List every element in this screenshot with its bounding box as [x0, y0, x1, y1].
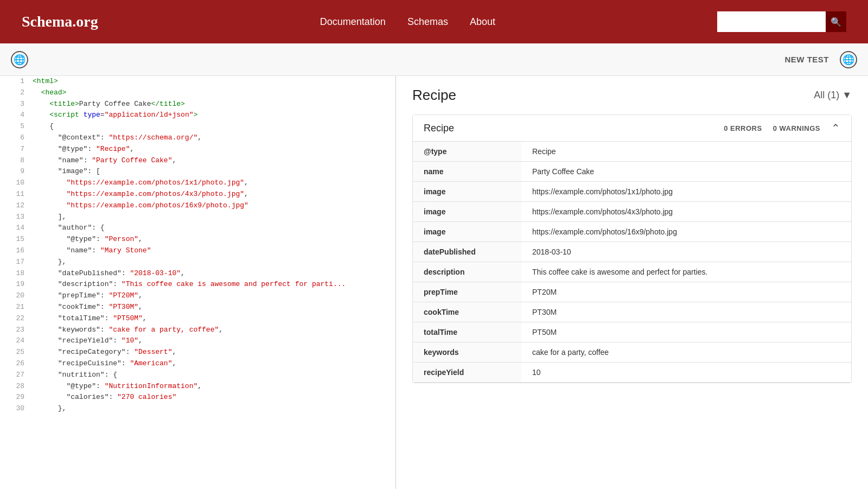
row-value: Party Coffee Cake: [521, 162, 851, 182]
site-logo[interactable]: Schema.org: [22, 13, 98, 30]
code-text: "https://example.com/photos/16x9/photo.j…: [33, 200, 248, 212]
collapse-button[interactable]: ⌃: [831, 122, 840, 135]
code-line: 7 "@type": "Recipe",: [0, 144, 395, 155]
line-number: 3: [5, 99, 24, 110]
main-nav: Documentation Schemas About: [131, 16, 685, 28]
code-text: },: [33, 403, 66, 415]
nav-about[interactable]: About: [470, 16, 495, 28]
row-value: https://example.com/photos/16x9/photo.jp…: [521, 222, 851, 242]
code-line: 19 "description": "This coffee cake is a…: [0, 279, 395, 290]
line-number: 9: [5, 166, 24, 177]
main-content: 1<html>2 <head>3 <title>Party Coffee Cak…: [0, 76, 868, 489]
globe-icon-left[interactable]: 🌐: [11, 51, 28, 68]
code-editor[interactable]: 1<html>2 <head>3 <title>Party Coffee Cak…: [0, 76, 396, 489]
line-number: 10: [5, 177, 24, 189]
table-row: imagehttps://example.com/photos/4x3/phot…: [413, 202, 851, 222]
code-line: 20 "prepTime": "PT20M",: [0, 290, 395, 302]
code-text: "prepTime": "PT20M",: [33, 290, 143, 302]
search-input[interactable]: [717, 11, 826, 32]
row-value: 10: [521, 363, 851, 383]
line-number: 12: [5, 200, 24, 212]
line-number: 14: [5, 223, 24, 234]
recipe-card-header: Recipe 0 ERRORS 0 WARNINGS ⌃: [413, 115, 851, 142]
row-value: PT30M: [521, 302, 851, 322]
line-number: 15: [5, 234, 24, 245]
table-row: prepTimePT20M: [413, 282, 851, 302]
row-key: @type: [413, 142, 521, 162]
line-number: 28: [5, 381, 24, 392]
line-number: 21: [5, 302, 24, 313]
code-text: },: [33, 257, 66, 268]
code-text: "cookTime": "PT30M",: [33, 302, 143, 313]
row-value: PT50M: [521, 322, 851, 342]
code-text: {: [33, 121, 54, 132]
result-pane: Recipe All (1) ▼ Recipe 0 ERRORS 0 WARNI…: [396, 76, 868, 489]
code-line: 9 "image": [: [0, 166, 395, 177]
code-line: 17 },: [0, 257, 395, 268]
recipe-card-meta: 0 ERRORS 0 WARNINGS ⌃: [724, 122, 840, 135]
code-line: 21 "cookTime": "PT30M",: [0, 302, 395, 313]
globe-icon-right[interactable]: 🌐: [840, 51, 857, 68]
line-number: 1: [5, 76, 24, 87]
code-line: 8 "name": "Party Coffee Cake",: [0, 155, 395, 167]
code-line: 3 <title>Party Coffee Cake</title>: [0, 99, 395, 110]
line-number: 26: [5, 358, 24, 370]
row-key: recipeYield: [413, 363, 521, 383]
table-row: cookTimePT30M: [413, 302, 851, 322]
code-text: <script type="application/ld+json">: [33, 110, 197, 121]
line-number: 5: [5, 121, 24, 132]
line-number: 19: [5, 279, 24, 290]
code-line: 1<html>: [0, 76, 395, 87]
table-row: nameParty Coffee Cake: [413, 162, 851, 182]
data-table: @typeRecipenameParty Coffee Cakeimagehtt…: [413, 142, 851, 383]
code-text: "calories": "270 calories": [33, 392, 176, 403]
result-header: Recipe All (1) ▼: [412, 87, 852, 104]
line-number: 7: [5, 144, 24, 155]
code-text: "@context": "https://schema.org/",: [33, 132, 202, 144]
header: Schema.org Documentation Schemas About 🔍: [0, 0, 868, 43]
code-line: 26 "recipeCuisine": "American",: [0, 358, 395, 370]
line-number: 8: [5, 155, 24, 167]
code-line: 22 "totalTime": "PT50M",: [0, 313, 395, 325]
row-value: https://example.com/photos/1x1/photo.jpg: [521, 182, 851, 202]
row-key: totalTime: [413, 322, 521, 342]
line-number: 29: [5, 392, 24, 403]
nav-documentation[interactable]: Documentation: [320, 16, 386, 28]
nav-schemas[interactable]: Schemas: [407, 16, 448, 28]
row-value: This coffee cake is awesome and perfect …: [521, 262, 851, 282]
row-value: Recipe: [521, 142, 851, 162]
chevron-down-icon: ▼: [842, 90, 852, 101]
recipe-card-title: Recipe: [424, 123, 454, 134]
code-line: 12 "https://example.com/photos/16x9/phot…: [0, 200, 395, 212]
code-line: 28 "@type": "NutritionInformation",: [0, 381, 395, 392]
row-key: cookTime: [413, 302, 521, 322]
table-row: imagehttps://example.com/photos/1x1/phot…: [413, 182, 851, 202]
code-text: "nutrition": {: [33, 370, 117, 381]
code-line: 18 "datePublished": "2018-03-10",: [0, 268, 395, 280]
row-value: 2018-03-10: [521, 242, 851, 262]
line-number: 20: [5, 290, 24, 302]
line-number: 24: [5, 335, 24, 347]
code-line: 11 "https://example.com/photos/4x3/photo…: [0, 189, 395, 200]
table-row: totalTimePT50M: [413, 322, 851, 342]
code-line: 25 "recipeCategory": "Dessert",: [0, 347, 395, 358]
filter-label: All (1): [814, 90, 839, 101]
result-title: Recipe: [412, 87, 456, 104]
table-row: @typeRecipe: [413, 142, 851, 162]
line-number: 2: [5, 87, 24, 99]
code-text: "recipeCuisine": "American",: [33, 358, 176, 370]
row-key: image: [413, 202, 521, 222]
code-line: 29 "calories": "270 calories": [0, 392, 395, 403]
code-text: "name": "Party Coffee Cake",: [33, 155, 176, 167]
code-text: "totalTime": "PT50M",: [33, 313, 147, 325]
warnings-count: 0 WARNINGS: [773, 124, 820, 132]
errors-count: 0 ERRORS: [724, 124, 762, 132]
search-button[interactable]: 🔍: [826, 11, 846, 32]
new-test-button[interactable]: NEW TEST: [785, 55, 829, 64]
code-line: 5 {: [0, 121, 395, 132]
line-number: 4: [5, 110, 24, 121]
row-value: PT20M: [521, 282, 851, 302]
result-filter[interactable]: All (1) ▼: [814, 90, 852, 101]
table-row: keywordscake for a party, coffee: [413, 342, 851, 363]
row-key: name: [413, 162, 521, 182]
